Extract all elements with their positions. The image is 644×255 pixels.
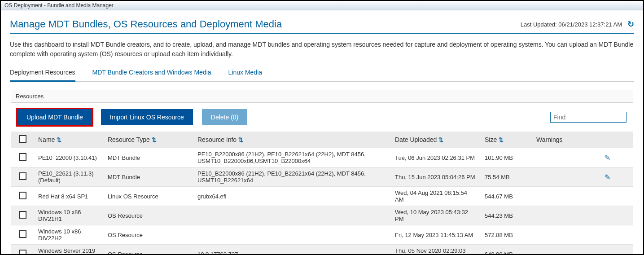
table-row: PE10_22621 (3.11.3) (Default)MDT BundleP… (11, 167, 633, 187)
last-updated-label: Last Updated: 06/21/2023 12:37:21 AM (521, 21, 622, 28)
col-header-date[interactable]: Date Uploaded⇅ (390, 132, 480, 148)
cell-date: Fri, 12 May 2023 11:45:13 AM (390, 225, 480, 245)
table-row: PE10_22000 (3.10.41)MDT BundlePE10_B2200… (11, 148, 633, 167)
table-row: Windows 10 x86 DIV21H1OS ResourceWed, 10… (11, 206, 633, 225)
cell-name: PE10_22000 (3.10.41) (34, 148, 103, 167)
page-description: Use this dashboard to install MDT Bundle… (10, 40, 634, 59)
sort-icon: ⇅ (57, 136, 61, 143)
cell-info: PE10_B22000x86 (21H2), PE10_B22621x64 (2… (193, 167, 390, 187)
col-header-info[interactable]: Resource Info⇅ (193, 132, 390, 148)
tab-mdt-bundle-creators[interactable]: MDT Bundle Creators and Windows Media (92, 67, 211, 81)
cell-warnings: ✎ (532, 167, 633, 187)
window-title-bar: OS Deployment - Bundle and Media Manager (1, 1, 643, 10)
cell-type: OS Resource (103, 225, 193, 245)
import-linux-os-button[interactable]: Import Linux OS Resource (101, 109, 193, 125)
cell-name: Red Hat 8 x64 SP1 (34, 187, 103, 206)
cell-info (193, 225, 390, 245)
cell-warnings (532, 187, 633, 206)
cell-warnings (532, 206, 633, 225)
cell-name: PE10_22621 (3.11.3) (Default) (34, 167, 103, 187)
cell-warnings (532, 245, 633, 255)
cell-date: Tue, 06 Jun 2023 02:26:31 PM (390, 148, 480, 167)
upload-mdt-bundle-button[interactable]: Upload MDT Bundle (18, 109, 92, 125)
cell-warnings: ✎ (532, 148, 633, 167)
row-checkbox[interactable] (19, 230, 26, 238)
cell-date: Wed, 10 May 2023 05:43:32 PM (390, 206, 480, 225)
tab-deployment-resources[interactable]: Deployment Resources (10, 67, 75, 82)
cell-name: Windows 10 x86 DIV22H2 (34, 225, 103, 245)
panel-title: Resources (11, 90, 633, 103)
col-header-size[interactable]: Size⇅ (480, 132, 532, 148)
row-checkbox[interactable] (19, 211, 26, 219)
cell-type: OS Resource (103, 245, 193, 255)
tab-bar: Deployment Resources MDT Bundle Creators… (10, 67, 634, 82)
page-title: Manage MDT Bundles, OS Resources and Dep… (10, 18, 282, 30)
col-header-type[interactable]: Resource Type⇅ (103, 132, 193, 148)
cell-info: PE10_B22000x86 (21H2), PE10_B22621x64 (2… (193, 148, 390, 167)
cell-name: Windows 10 x86 DIV21H1 (34, 206, 103, 225)
resources-panel: Resources Upload MDT Bundle Import Linux… (11, 90, 633, 255)
find-input[interactable] (550, 112, 626, 123)
cell-size: 101.90 MB (480, 148, 532, 167)
cell-info: grubx64.efi (193, 187, 390, 206)
sort-icon: ⇅ (238, 136, 243, 143)
cell-date: Thu, 05 Nov 2020 02:29:03 PM (390, 245, 480, 255)
row-checkbox[interactable] (19, 172, 26, 180)
table-row: Red Hat 8 x64 SP1Linux OS Resourcegrubx6… (11, 187, 633, 206)
cell-name: Windows Server 2019 x64 RID1809 (34, 245, 103, 255)
sort-icon: ⇅ (152, 136, 157, 143)
table-row: Windows 10 x86 DIV22H2OS ResourceFri, 12… (11, 225, 633, 245)
cell-size: 572.88 MB (480, 225, 532, 245)
edit-icon[interactable]: ✎ (605, 173, 610, 181)
row-checkbox[interactable] (19, 153, 26, 161)
delete-button[interactable]: Delete (0) (202, 109, 247, 125)
cell-warnings (532, 225, 633, 245)
cell-info: 10.0.17763.737 (193, 245, 390, 255)
tab-linux-media[interactable]: Linux Media (228, 67, 263, 81)
refresh-icon[interactable]: ↻ (627, 19, 634, 29)
cell-size: 648.90 MB (480, 245, 532, 255)
cell-type: MDT Bundle (103, 148, 193, 167)
cell-type: MDT Bundle (103, 167, 193, 187)
cell-date: Wed, 04 Aug 2021 08:15:54 AM (390, 187, 480, 206)
resources-table: Name⇅ Resource Type⇅ Resource Info⇅ Date… (11, 132, 633, 255)
cell-type: Linux OS Resource (103, 187, 193, 206)
row-checkbox[interactable] (19, 250, 26, 255)
header-divider (10, 33, 634, 34)
cell-info (193, 206, 390, 225)
sort-icon: ⇅ (438, 136, 443, 143)
col-header-name[interactable]: Name⇅ (34, 132, 103, 148)
table-row: Windows Server 2019 x64 RID1809OS Resour… (11, 245, 633, 255)
cell-date: Thu, 15 Jun 2023 05:04:26 PM (390, 167, 480, 187)
sort-icon: ⇅ (499, 136, 504, 143)
col-header-warnings[interactable]: Warnings (532, 132, 633, 148)
cell-size: 75.54 MB (480, 167, 532, 187)
cell-type: OS Resource (103, 206, 193, 225)
select-all-checkbox[interactable] (19, 135, 26, 143)
edit-icon[interactable]: ✎ (605, 154, 610, 162)
cell-size: 544.67 MB (480, 187, 532, 206)
cell-size: 544.23 MB (480, 206, 532, 225)
row-checkbox[interactable] (19, 192, 26, 199)
